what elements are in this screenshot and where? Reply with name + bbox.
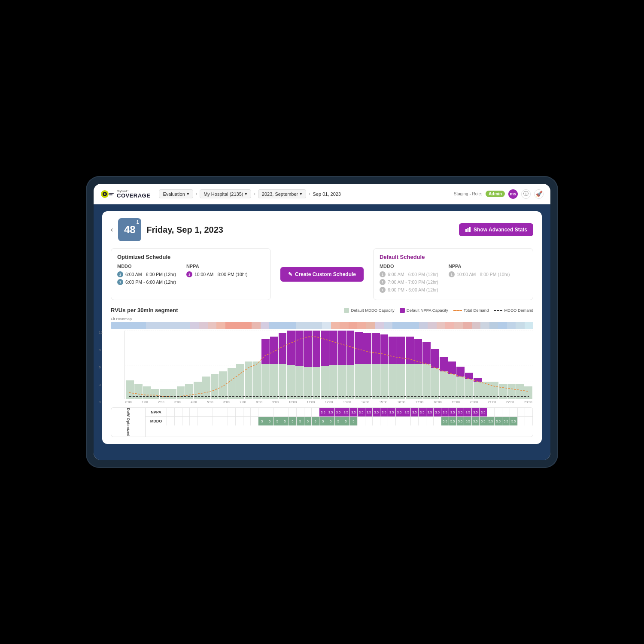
cell-1-46 bbox=[518, 417, 526, 425]
table-header: DoW Optimized NPPA3.53.53.53.53.53.53.53… bbox=[111, 408, 533, 437]
cell-0-39: 3.5 bbox=[464, 408, 472, 416]
cell-1-26 bbox=[365, 417, 373, 425]
prev-day-btn[interactable]: ‹ bbox=[111, 226, 113, 234]
screen: mySCP COVERAGE Evaluation ▾ › My Hospita… bbox=[94, 184, 550, 460]
cell-1-21: 5 bbox=[327, 417, 335, 425]
bar-group-26 bbox=[346, 331, 355, 399]
optimized-schedule-cols: MDDO 1 6:00 AM - 6:00 PM (12hr) 1 6:00 P… bbox=[117, 264, 264, 287]
bar-group-10 bbox=[211, 331, 219, 399]
time-label-10: 5:00 bbox=[207, 400, 213, 404]
bar-group-34 bbox=[414, 331, 422, 399]
cell-0-43 bbox=[495, 408, 502, 416]
bar-group-2 bbox=[143, 331, 151, 399]
cell-1-2 bbox=[182, 417, 190, 425]
heatmap-bar bbox=[111, 322, 533, 329]
cell-0-14 bbox=[274, 408, 282, 416]
legend-nppa-capacity: Default NPPA Capacity bbox=[400, 308, 448, 313]
nav-evaluation-dropdown[interactable]: Evaluation ▾ bbox=[159, 189, 193, 198]
bar-group-15 bbox=[253, 331, 261, 399]
nav-hospital-dropdown[interactable]: My Hospital (2135) ▾ bbox=[200, 189, 251, 198]
tablet-frame: mySCP COVERAGE Evaluation ▾ › My Hospita… bbox=[86, 176, 558, 468]
heatmap-label: Fit Heatmap bbox=[111, 317, 533, 321]
bar-group-36 bbox=[431, 331, 439, 399]
bar-group-7 bbox=[185, 331, 193, 399]
chart-section: RVUs per 30min segment Default MDDO Capa… bbox=[111, 307, 533, 404]
cell-0-5 bbox=[205, 408, 213, 416]
svg-rect-6 bbox=[468, 228, 469, 232]
cell-0-23: 3.5 bbox=[342, 408, 350, 416]
bar-group-37 bbox=[440, 331, 448, 399]
logo-area: mySCP COVERAGE bbox=[100, 189, 150, 199]
bar-group-1 bbox=[134, 331, 143, 399]
cell-0-4 bbox=[197, 408, 205, 416]
cell-1-40: 5.5 bbox=[472, 417, 480, 425]
nav-month-dropdown[interactable]: 2023, September ▾ bbox=[258, 189, 306, 198]
cell-1-27 bbox=[373, 417, 380, 425]
main-content: ‹ 1 48 Friday, Sep 1, 2023 Show Advanced… bbox=[94, 204, 550, 460]
create-custom-schedule-button[interactable]: ✎ Create Custom Schedule bbox=[280, 267, 364, 282]
cell-0-46 bbox=[518, 408, 526, 416]
advanced-stats-button[interactable]: Show Advanced Stats bbox=[459, 223, 533, 236]
nav-right: Staging - Role: Admin ms ⓘ 🚀 bbox=[454, 189, 544, 199]
bar-group-4 bbox=[160, 331, 168, 399]
cell-0-41: 3.5 bbox=[480, 408, 487, 416]
time-label-20: 10:00 bbox=[289, 400, 297, 404]
cell-0-12 bbox=[258, 408, 266, 416]
bar-group-3 bbox=[151, 331, 159, 399]
logo-text: mySCP COVERAGE bbox=[117, 189, 150, 198]
cell-0-29: 3.5 bbox=[388, 408, 396, 416]
svg-rect-5 bbox=[465, 229, 467, 232]
bar-group-0 bbox=[126, 331, 134, 399]
legend-mddo-demand: MDDO Demand bbox=[494, 308, 533, 313]
default-mddo-entry-2: 1 6:00 PM - 6:00 AM (12hr) bbox=[380, 287, 438, 293]
date-badge: 1 48 bbox=[118, 218, 141, 241]
cell-0-40: 3.5 bbox=[472, 408, 480, 416]
row-cells-0: 3.53.53.53.53.53.53.53.53.53.53.53.53.53… bbox=[167, 408, 533, 416]
default-nppa-entry-0: 1 10:00 AM - 8:00 PM (10hr) bbox=[449, 271, 510, 277]
cell-0-6 bbox=[213, 408, 221, 416]
cell-1-22: 5 bbox=[335, 417, 343, 425]
cell-0-37: 3.5 bbox=[449, 408, 457, 416]
cell-0-22: 3.5 bbox=[335, 408, 343, 416]
default-schedule-cols: MDDO 1 6:00 AM - 6:00 PM (12hr) 1 7:00 A… bbox=[380, 264, 527, 295]
bar-group-40 bbox=[465, 331, 473, 399]
admin-badge: Admin bbox=[486, 191, 505, 197]
time-label-18: 9:00 bbox=[272, 400, 279, 404]
bottom-table: DoW Optimized NPPA3.53.53.53.53.53.53.53… bbox=[111, 407, 533, 437]
legend-mddo-demand-label: MDDO Demand bbox=[504, 308, 533, 313]
cell-1-6 bbox=[213, 417, 221, 425]
cell-0-21: 3.5 bbox=[327, 408, 335, 416]
bar-group-44 bbox=[499, 331, 507, 399]
bar-group-8 bbox=[194, 331, 202, 399]
time-label-36: 18:00 bbox=[434, 400, 442, 404]
legend-nppa-box bbox=[400, 308, 405, 313]
bar-group-9 bbox=[202, 331, 210, 399]
cell-0-20: 3.5 bbox=[319, 408, 327, 416]
optimized-mddo-col: MDDO 1 6:00 AM - 6:00 PM (12hr) 1 6:00 P… bbox=[117, 264, 176, 287]
chart-title-row: RVUs per 30min segment Default MDDO Capa… bbox=[111, 307, 533, 313]
time-label-0: 0:00 bbox=[125, 400, 132, 404]
y-label-12: 12 bbox=[99, 331, 103, 334]
nav-date: Sep 01, 2023 bbox=[313, 191, 341, 197]
cell-1-8 bbox=[228, 417, 236, 425]
svg-rect-7 bbox=[469, 227, 471, 232]
cell-0-33: 3.5 bbox=[419, 408, 426, 416]
optimized-mddo-entry-0: 1 6:00 AM - 6:00 PM (12hr) bbox=[117, 271, 176, 277]
time-labels: 0:001:002:003:004:005:006:007:008:009:00… bbox=[125, 399, 533, 404]
optimized-nppa-col: NPPA 1 10:00 AM - 8:00 PM (10hr) bbox=[186, 264, 248, 287]
cell-1-17: 5 bbox=[297, 417, 304, 425]
bar-group-27 bbox=[355, 331, 363, 399]
default-nppa-col: NPPA 1 10:00 AM - 8:00 PM (10hr) bbox=[449, 264, 510, 295]
time-label-8: 4:00 bbox=[191, 400, 197, 404]
rocket-icon-btn[interactable]: 🚀 bbox=[534, 189, 544, 199]
time-label-26: 13:00 bbox=[343, 400, 351, 404]
cell-0-7 bbox=[220, 408, 228, 416]
cell-1-29 bbox=[388, 417, 396, 425]
cell-0-8 bbox=[228, 408, 236, 416]
bar-group-47 bbox=[524, 331, 532, 399]
default-nppa-dot-0: 1 bbox=[449, 271, 455, 277]
bar-group-5 bbox=[168, 331, 176, 399]
cell-1-11 bbox=[251, 417, 258, 425]
info-icon-btn[interactable]: ⓘ bbox=[521, 189, 531, 199]
cell-1-4 bbox=[197, 417, 205, 425]
